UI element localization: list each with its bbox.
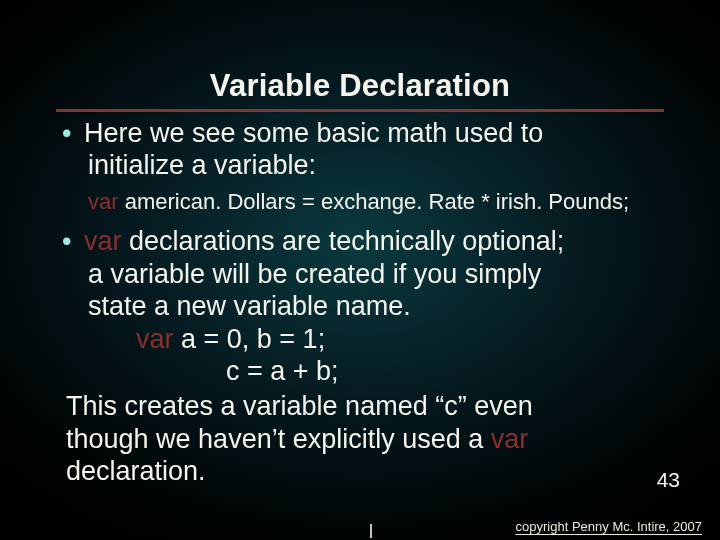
slide: Variable Declaration •Here we see some b… bbox=[0, 0, 720, 540]
bullet-2-line-1b: declarations are technically optional; bbox=[122, 226, 565, 256]
bullet-item-1: •Here we see some basic math used to ini… bbox=[66, 118, 666, 182]
code-2-line-2: c = a + b; bbox=[136, 356, 666, 388]
slide-title: Variable Declaration bbox=[0, 68, 720, 104]
title-underline bbox=[56, 109, 664, 112]
bullet-2-line-4: This creates a variable named “c” even bbox=[66, 390, 666, 422]
bottom-tick-mark bbox=[370, 524, 372, 538]
code-2-line-1-rest: a = 0, b = 1; bbox=[174, 324, 326, 354]
keyword-var: var bbox=[136, 324, 174, 354]
bullet-1-line-2: initialize a variable: bbox=[88, 150, 666, 182]
keyword-var: var bbox=[84, 226, 122, 256]
bullet-2-line-6: declaration. bbox=[66, 455, 666, 487]
copyright-text: copyright Penny Mc. Intire, 2007 bbox=[516, 519, 702, 534]
bullet-2-line-3: state a new variable name. bbox=[88, 290, 666, 322]
page-number: 43 bbox=[657, 468, 680, 492]
keyword-var: var bbox=[491, 424, 529, 454]
slide-body: •Here we see some basic math used to ini… bbox=[66, 118, 666, 487]
code-block-2: var a = 0, b = 1; c = a + b; bbox=[136, 324, 666, 388]
code-1-rest: american. Dollars = exchange. Rate * iri… bbox=[119, 189, 630, 214]
bullet-1-line-1: Here we see some basic math used to bbox=[84, 118, 543, 148]
bullet-item-2: •var declarations are technically option… bbox=[66, 225, 666, 487]
bullet-2-line-2: a variable will be created if you simply bbox=[88, 258, 666, 290]
code-line-1: var american. Dollars = exchange. Rate *… bbox=[88, 188, 666, 216]
bullet-2-line-5: though we haven’t explicitly used a var bbox=[66, 423, 666, 455]
keyword-var: var bbox=[88, 189, 119, 214]
bullet-icon: • bbox=[62, 118, 84, 150]
bullet-icon: • bbox=[62, 225, 84, 257]
